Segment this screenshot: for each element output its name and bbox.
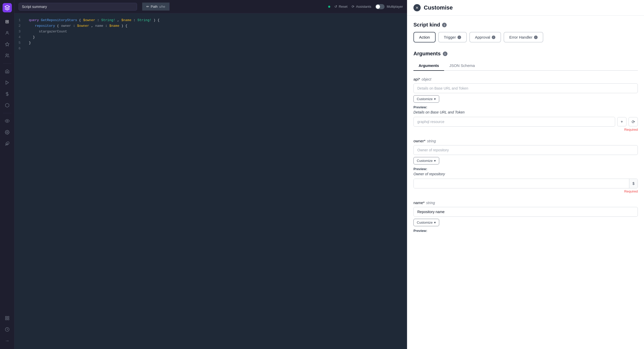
code-line-6: 6 — [19, 46, 403, 51]
svg-marker-1 — [5, 42, 9, 46]
kind-error-handler-button[interactable]: Error Handler i — [504, 32, 543, 42]
name-customize-label: Customize — [417, 221, 433, 224]
svg-rect-10 — [7, 316, 9, 318]
api-refresh-button[interactable]: ⟳ — [629, 117, 638, 126]
arguments-info-icon[interactable]: i — [443, 51, 447, 56]
name-preview-label: Preview: — [413, 229, 638, 233]
script-title-input[interactable]: Script summary — [19, 3, 137, 11]
sidebar-item-eye[interactable] — [2, 116, 12, 126]
tab-path[interactable]: ✏ Path u/he — [142, 3, 170, 11]
sidebar: ⊞ → — [0, 0, 14, 349]
line-num-6: 6 — [19, 46, 24, 51]
line-num-5: 5 — [19, 40, 24, 46]
sidebar-item-dollar[interactable] — [2, 89, 12, 99]
tab-path-subtext: u/he — [159, 5, 165, 8]
path-icon: ✏ — [146, 5, 149, 8]
topbar: Script summary ✏ Path u/he ↺ Reset ⟳ Ass… — [14, 0, 407, 13]
name-arg-label: name* string — [413, 200, 638, 205]
svg-rect-12 — [7, 319, 9, 320]
owner-arg-label: owner* string — [413, 139, 638, 143]
toggle-knob — [376, 5, 380, 9]
api-customize-button[interactable]: Customize ▾ — [413, 95, 439, 103]
panel-header: ✕ Customise — [407, 0, 644, 16]
owner-customize-button[interactable]: Customize ▾ — [413, 157, 439, 164]
script-kind-label: Script kind — [413, 22, 440, 28]
tab-json-schema[interactable]: JSON Schema — [444, 61, 480, 71]
api-arg-label: api* object — [413, 77, 638, 81]
app-logo[interactable] — [3, 3, 12, 12]
name-customize-button[interactable]: Customize ▾ — [413, 219, 439, 226]
sidebar-item-clock[interactable] — [2, 324, 12, 335]
main-area: Script summary ✏ Path u/he ↺ Reset ⟳ Ass… — [14, 0, 407, 349]
dollar-sign-icon: $ — [629, 179, 638, 188]
kind-trigger-button[interactable]: Trigger i — [438, 32, 467, 42]
api-add-button[interactable]: + — [617, 117, 626, 126]
script-kind-title: Script kind i — [413, 22, 638, 28]
code-editor[interactable]: 1 query GetRepositoryStars ( $owner : St… — [14, 13, 407, 349]
owner-preview-text: Owner of repository — [413, 172, 638, 176]
error-handler-info-icon[interactable]: i — [534, 36, 538, 39]
arguments-label: Arguments — [413, 51, 441, 57]
sidebar-item-users[interactable] — [2, 50, 12, 61]
sidebar-item-boxes[interactable] — [2, 100, 12, 110]
assistants-label: Assistants — [356, 5, 371, 8]
multiplayer-toggle[interactable] — [375, 4, 385, 9]
kind-action-button[interactable]: Action — [413, 32, 436, 42]
owner-value-input[interactable] — [414, 179, 629, 188]
line-num-2: 2 — [19, 23, 24, 29]
panel-body: Script kind i Action Trigger i Approval … — [407, 16, 644, 252]
plus-icon: + — [621, 119, 623, 124]
svg-point-0 — [6, 31, 8, 33]
script-kind-info-icon[interactable]: i — [442, 23, 447, 27]
code-content-6 — [29, 46, 31, 51]
close-icon: ✕ — [416, 6, 419, 10]
sidebar-item-arrow[interactable]: → — [2, 336, 12, 346]
multiplayer-label: Multiplayer — [387, 5, 403, 8]
tab-arguments[interactable]: Arguments — [413, 61, 444, 71]
panel-close-button[interactable]: ✕ — [413, 4, 421, 11]
trigger-label: Trigger — [444, 35, 456, 39]
topbar-tabs: ✏ Path u/he — [142, 3, 170, 11]
multiplayer-toggle-group: Multiplayer — [375, 4, 403, 9]
code-line-5: 5 } — [19, 40, 403, 46]
approval-info-icon[interactable]: i — [492, 36, 495, 39]
name-type: string — [426, 201, 435, 205]
api-graphql-input[interactable] — [413, 117, 615, 127]
sidebar-item-grid2[interactable] — [2, 313, 12, 323]
code-content-3: stargazerCount — [29, 29, 67, 34]
arguments-title: Arguments i — [413, 51, 638, 57]
code-content-2: repository ( owner : $owner , name : $na… — [29, 23, 127, 29]
panel-title: Customise — [424, 4, 453, 11]
refresh-icon: ⟳ — [632, 119, 635, 124]
reset-button[interactable]: ↺ Reset — [334, 5, 348, 8]
sidebar-item-grid[interactable]: ⊞ — [2, 16, 12, 27]
assistants-icon: ⟳ — [352, 5, 354, 8]
owner-dollar-input-row: $ — [413, 179, 638, 188]
arg-group-name: name* string Customize ▾ Preview: — [413, 200, 638, 233]
name-input[interactable] — [413, 207, 638, 217]
owner-customize-label: Customize — [417, 159, 433, 163]
api-input[interactable] — [413, 83, 638, 93]
status-dot — [328, 6, 330, 8]
error-handler-label: Error Handler — [509, 35, 532, 39]
trigger-info-icon[interactable]: i — [457, 36, 461, 39]
api-customize-label: Customize — [417, 97, 433, 101]
arg-group-owner: owner* string Customize ▾ Preview: Owner… — [413, 139, 638, 193]
sidebar-item-puzzle[interactable] — [2, 138, 12, 149]
line-num-1: 1 — [19, 18, 24, 23]
sidebar-item-play[interactable] — [2, 77, 12, 88]
code-line-1: 1 query GetRepositoryStars ( $owner : St… — [19, 18, 403, 23]
api-name: api* — [413, 77, 420, 81]
owner-input[interactable] — [413, 145, 638, 155]
code-content-5: } — [29, 40, 31, 46]
sidebar-item-user[interactable] — [2, 28, 12, 38]
sidebar-item-settings[interactable] — [2, 127, 12, 137]
customise-panel: ✕ Customise Script kind i Action Trigger… — [407, 0, 644, 349]
sidebar-item-home[interactable] — [2, 66, 12, 76]
assistants-button[interactable]: ⟳ Assistants — [352, 5, 371, 8]
sidebar-item-star[interactable] — [2, 39, 12, 49]
kind-approval-button[interactable]: Approval i — [469, 32, 501, 42]
svg-point-6 — [6, 132, 8, 133]
owner-preview-label: Preview: — [413, 167, 638, 171]
reset-icon: ↺ — [334, 5, 337, 8]
